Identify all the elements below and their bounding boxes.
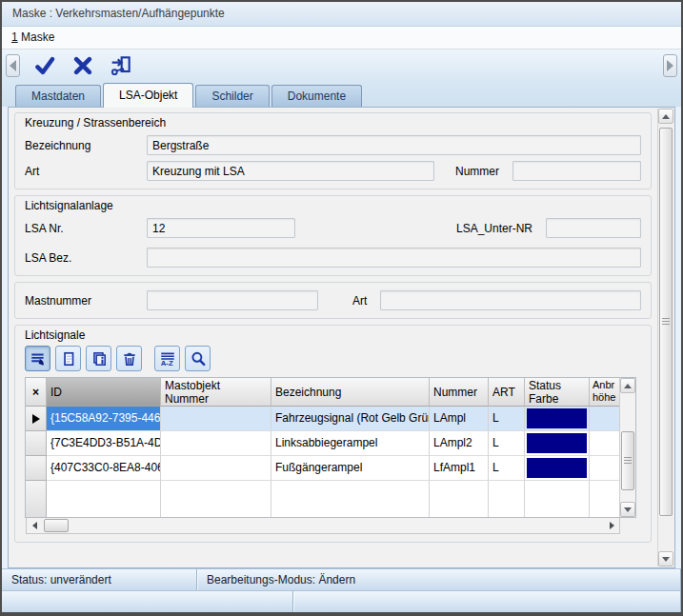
nav-right-button[interactable] bbox=[663, 54, 677, 77]
tab-schilder[interactable]: Schilder bbox=[195, 85, 269, 107]
copy-info-button[interactable] bbox=[86, 346, 111, 371]
cell-art[interactable]: L bbox=[489, 407, 525, 431]
scroll-down-button[interactable] bbox=[658, 551, 673, 566]
cell-bez[interactable] bbox=[271, 481, 430, 517]
row-selector[interactable] bbox=[26, 481, 47, 517]
scroll-right-button[interactable] bbox=[604, 518, 619, 533]
nummer-label: Nummer bbox=[455, 165, 499, 178]
cell-art[interactable]: L bbox=[489, 456, 525, 481]
triangle-up-icon bbox=[624, 384, 632, 388]
cell-num[interactable]: LfAmpl1 bbox=[430, 456, 489, 481]
delete-trash-icon bbox=[121, 350, 138, 368]
cell-anbr[interactable] bbox=[590, 481, 620, 517]
column-header-id[interactable]: ID bbox=[47, 378, 161, 407]
nummer-field[interactable] bbox=[512, 161, 641, 181]
group-kreuzung-strassenbereich: Kreuzung / Strassenbereich Bezeichnung B… bbox=[14, 112, 652, 189]
cell-status[interactable] bbox=[525, 407, 590, 431]
cancel-button[interactable] bbox=[70, 53, 96, 78]
thumb-grip-icon bbox=[624, 457, 632, 465]
cell-bez[interactable]: Fußgängerampel bbox=[271, 456, 430, 481]
cell-status[interactable] bbox=[525, 481, 590, 517]
cell-mast[interactable] bbox=[161, 456, 271, 481]
menu-item-maske[interactable]: 1 Maske bbox=[11, 30, 54, 44]
column-header-num[interactable]: Nummer bbox=[430, 378, 489, 407]
group-title: Lichtsignalanlage bbox=[25, 199, 641, 212]
tab-mastdaten[interactable]: Mastdaten bbox=[15, 85, 101, 107]
cell-anbr[interactable] bbox=[590, 456, 620, 481]
cell-status[interactable] bbox=[525, 456, 590, 481]
tab-dokumente[interactable]: Dokumente bbox=[271, 85, 362, 107]
row-selector[interactable] bbox=[26, 456, 47, 481]
mast-art-label: Art bbox=[352, 294, 367, 308]
group-lichtsignale: Lichtsignale bbox=[14, 325, 652, 543]
scrollbar-thumb[interactable] bbox=[621, 431, 634, 490]
row-selector-header[interactable]: × bbox=[26, 378, 47, 407]
scroll-up-button[interactable] bbox=[620, 378, 635, 393]
table-row[interactable]: {7C3E4DD3-B51A-4DB...LinksabbiegerampelL… bbox=[26, 431, 620, 456]
status-color-swatch bbox=[527, 433, 587, 453]
edit-list-button[interactable] bbox=[25, 346, 50, 371]
triangle-up-icon bbox=[662, 114, 670, 119]
status-color-swatch bbox=[527, 408, 587, 428]
mast-art-field[interactable] bbox=[380, 290, 641, 310]
cell-num[interactable]: LAmpl2 bbox=[430, 431, 489, 456]
delete-button[interactable] bbox=[116, 346, 142, 371]
assign-button[interactable] bbox=[108, 53, 134, 78]
table-row[interactable]: {407C33C0-8EA8-4067...FußgängerampelLfAm… bbox=[26, 456, 620, 481]
title-bar: Maske : Verkehrsmasten/Aufhängepunkte bbox=[2, 2, 681, 27]
search-button[interactable] bbox=[185, 346, 211, 371]
cancel-x-icon bbox=[72, 55, 93, 76]
panel-vertical-scrollbar[interactable] bbox=[657, 109, 673, 566]
cell-anbr[interactable] bbox=[590, 407, 620, 431]
scrollbar-thumb[interactable] bbox=[659, 128, 673, 516]
cell-anbr[interactable] bbox=[590, 431, 620, 456]
scroll-up-button[interactable] bbox=[658, 109, 673, 124]
table-body: {15C58A92-7395-4465...Fahrzeugsignal (Ro… bbox=[26, 407, 620, 517]
column-header-status[interactable]: Status Farbe bbox=[525, 378, 590, 407]
art-label: Art bbox=[25, 165, 147, 178]
table-vertical-scrollbar[interactable] bbox=[619, 378, 635, 517]
mastnummer-label: Mastnummer bbox=[25, 294, 147, 308]
cell-mast[interactable] bbox=[161, 481, 271, 517]
new-document-button[interactable] bbox=[55, 346, 81, 371]
thumb-grip-icon bbox=[662, 318, 670, 326]
sort-button[interactable]: A-Z bbox=[154, 346, 180, 371]
search-magnifier-icon bbox=[190, 350, 207, 368]
cell-id[interactable]: {407C33C0-8EA8-4067... bbox=[47, 456, 161, 481]
art-field[interactable]: Kreuzung mit LSA bbox=[147, 161, 434, 181]
lsa-nr-field[interactable]: 12 bbox=[147, 218, 295, 238]
row-selector[interactable] bbox=[26, 431, 47, 456]
cell-mast[interactable] bbox=[161, 407, 271, 431]
edit-list-icon bbox=[30, 350, 47, 368]
scroll-down-button[interactable] bbox=[620, 502, 635, 517]
mastnummer-field[interactable] bbox=[147, 290, 318, 310]
cell-num[interactable] bbox=[430, 481, 489, 517]
status-panel-empty bbox=[2, 591, 293, 612]
cell-id[interactable]: {15C58A92-7395-4465... bbox=[47, 407, 161, 431]
column-header-bez[interactable]: Bezeichnung bbox=[271, 378, 430, 407]
scroll-left-button[interactable] bbox=[27, 518, 42, 533]
nav-left-button[interactable] bbox=[6, 54, 20, 77]
confirm-button[interactable] bbox=[31, 53, 58, 78]
cell-id[interactable]: {7C3E4DD3-B51A-4DB... bbox=[47, 431, 161, 456]
cell-mast[interactable] bbox=[161, 431, 271, 456]
column-header-mast[interactable]: Mastobjekt Nummer bbox=[161, 378, 271, 407]
cell-bez[interactable]: Linksabbiegerampel bbox=[271, 431, 430, 456]
cell-status[interactable] bbox=[525, 431, 590, 456]
lsa-unter-nr-field[interactable] bbox=[546, 218, 641, 238]
scrollbar-thumb[interactable] bbox=[44, 519, 69, 532]
column-header-anbr[interactable]: Anbr höhe bbox=[590, 378, 620, 407]
lsa-bez-field[interactable] bbox=[147, 248, 641, 268]
cell-art[interactable]: L bbox=[489, 431, 525, 456]
table-row[interactable]: {15C58A92-7395-4465...Fahrzeugsignal (Ro… bbox=[26, 407, 620, 431]
table-horizontal-scrollbar[interactable] bbox=[26, 518, 620, 534]
group-title: Kreuzung / Strassenbereich bbox=[25, 116, 641, 129]
row-selector[interactable] bbox=[26, 407, 47, 431]
column-header-art[interactable]: ART bbox=[489, 378, 525, 407]
cell-art[interactable] bbox=[489, 481, 525, 517]
cell-bez[interactable]: Fahrzeugsignal (Rot Gelb Grün... bbox=[271, 407, 430, 431]
cell-num[interactable]: LAmpl bbox=[430, 407, 489, 431]
tab-lsa-objekt[interactable]: LSA-Objekt bbox=[103, 83, 193, 108]
cell-id[interactable] bbox=[47, 481, 161, 517]
bezeichnung-field[interactable]: Bergstraße bbox=[147, 135, 641, 155]
